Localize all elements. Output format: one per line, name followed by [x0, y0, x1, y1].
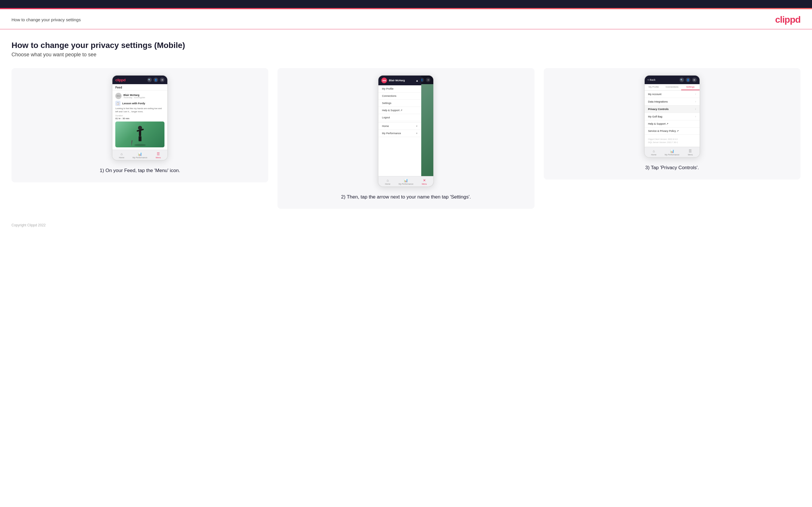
page-subheading: Choose what you want people to see — [11, 52, 801, 58]
s3-item-golfbag[interactable]: My Golf Bag › — [645, 113, 700, 120]
back-button[interactable]: < Back — [648, 78, 656, 81]
menu-user-header: BM Blair McHarg ▲ — [378, 75, 421, 85]
feed-user-row: BM Blair McHarg Yesterday · Sunningdale — [115, 93, 164, 99]
user-icon-3: 👤 — [686, 77, 691, 82]
home-icon: ⌂ — [120, 152, 122, 156]
settings-icon-3: ⚙ — [692, 77, 697, 82]
step-3-phone: < Back 🔍 👤 ⚙ My Profile Connections Sett… — [644, 75, 700, 158]
menu-item-help[interactable]: Help & Support ↗ — [378, 107, 421, 114]
s3-item-help[interactable]: Help & Support ↗ — [645, 120, 700, 127]
tab-myprofile-3[interactable]: My Profile — [645, 84, 663, 90]
chart-icon-3: 📊 — [670, 149, 674, 153]
svg-point-0 — [134, 144, 146, 146]
top-bar — [0, 0, 812, 8]
s3-chevron-golfbag: › — [695, 115, 696, 118]
menu-nav-section: Home ▼ My Performance ▼ — [378, 122, 421, 137]
steps-row: clippd 🔍 👤 ⚙ Feed BM Blair McHarg — [11, 68, 801, 209]
menu-item-logout[interactable]: Logout — [378, 114, 421, 121]
menu-nav-performance[interactable]: My Performance ▼ — [378, 130, 421, 137]
feed-lesson-title: Lesson with Fordy — [122, 102, 145, 105]
step-1-phone: clippd 🔍 👤 ⚙ Feed BM Blair McHarg — [112, 75, 168, 161]
feed-lesson-row: 📋 Lesson with Fordy — [115, 101, 164, 106]
step-3-card: < Back 🔍 👤 ⚙ My Profile Connections Sett… — [544, 68, 801, 179]
tab-home-3[interactable]: ⌂ Home — [645, 147, 663, 157]
home-icon-2: ⌂ — [387, 178, 389, 182]
performance-chevron-icon: ▼ — [416, 132, 418, 135]
s3-item-policy-label: Service & Privacy Policy ↗ — [648, 129, 679, 132]
menu-icon-3: ☰ — [689, 149, 692, 153]
svg-rect-6 — [132, 140, 133, 146]
phone-tab-bar-3: ⌂ Home 📊 My Performance ☰ Menu — [645, 147, 700, 157]
feed-desc: Looking to feel like my hands are exitin… — [115, 107, 164, 113]
menu-user-left: BM Blair McHarg — [381, 77, 405, 83]
tab-performance-label-3: My Performance — [665, 154, 679, 156]
tab-performance-label-2: My Performance — [399, 183, 413, 185]
tab-close-2[interactable]: ✕ Menu — [415, 176, 434, 186]
phone-icons-1: 🔍 👤 ⚙ — [147, 77, 164, 82]
search-icon-1: 🔍 — [147, 77, 152, 82]
s3-item-help-label: Help & Support ↗ — [648, 122, 669, 125]
phone-logo-1: clippd — [115, 78, 125, 82]
tab-home-label-2: Home — [385, 183, 391, 185]
s3-chevron-data: › — [695, 100, 696, 103]
phone-icons-3: 🔍 👤 ⚙ — [679, 77, 697, 82]
golf-silhouette — [132, 124, 149, 147]
feed-item: BM Blair McHarg Yesterday · Sunningdale … — [112, 91, 167, 150]
tab-home-label-1: Home — [119, 157, 124, 159]
feed-duration: 01 hr : 30 min — [115, 117, 164, 120]
phone-tab-bar-1: ⌂ Home 📊 My Performance ☰ Menu — [112, 150, 167, 160]
menu-item-myprofile[interactable]: My Profile — [378, 85, 421, 93]
phone-nav-bar-1: clippd 🔍 👤 ⚙ — [112, 75, 167, 84]
feed-avatar: BM — [115, 93, 121, 99]
tab-connections-3[interactable]: Connections — [663, 84, 681, 90]
tab-performance-3[interactable]: 📊 My Performance — [663, 147, 681, 157]
menu-user-avatar: BM — [381, 77, 387, 83]
feed-golf-image — [115, 121, 164, 147]
tab-performance-label-1: My Performance — [133, 157, 147, 159]
s3-item-privacy-label: Privacy Controls — [648, 108, 669, 111]
menu-item-connections[interactable]: Connections — [378, 93, 421, 100]
s3-chevron-privacy: › — [695, 107, 696, 111]
step-2-caption: 2) Then, tap the arrow next to your name… — [341, 193, 471, 201]
s3-version: Clippd Client Version: 2022.8.3-3 GQL Se… — [645, 135, 700, 147]
tab-settings-3[interactable]: Settings — [681, 84, 700, 90]
tab-menu-3[interactable]: ☰ Menu — [681, 147, 700, 157]
step-3-caption: 3) Tap 'Privacy Controls'. — [645, 164, 699, 171]
tab-menu-label-1: Menu — [156, 157, 161, 159]
footer: Copyright Clippd 2022 — [0, 217, 812, 233]
tab-home-1[interactable]: ⌂ Home — [112, 150, 131, 160]
chart-icon: 📊 — [138, 152, 142, 156]
s3-version-client: Clippd Client Version: 2022.8.3-3 — [648, 137, 696, 141]
s3-item-myaccount[interactable]: My Account › — [645, 91, 700, 98]
lesson-icon: 📋 — [115, 101, 120, 106]
menu-icon: ☰ — [157, 152, 160, 156]
home-chevron-icon: ▼ — [416, 125, 418, 127]
tab-performance-2[interactable]: 📊 My Performance — [397, 176, 415, 186]
tab-performance-1[interactable]: 📊 My Performance — [131, 150, 149, 160]
user-icon-1: 👤 — [154, 77, 158, 82]
chart-icon-2: 📊 — [404, 178, 408, 182]
menu-panel: BM Blair McHarg ▲ My Profile Connections… — [378, 75, 421, 186]
page-heading: How to change your privacy settings (Mob… — [11, 41, 801, 50]
svg-rect-5 — [140, 136, 142, 141]
header: How to change your privacy settings clip… — [0, 9, 812, 29]
menu-item-settings[interactable]: Settings — [378, 100, 421, 107]
logo: clippd — [775, 14, 801, 25]
tab-home-2[interactable]: ⌂ Home — [378, 176, 397, 186]
s3-item-data-integrations[interactable]: Data Integrations › — [645, 98, 700, 105]
menu-username: Blair McHarg — [389, 79, 405, 82]
tab-home-label-3: Home — [651, 154, 656, 156]
s3-item-privacy-policy[interactable]: Service & Privacy Policy ↗ — [645, 127, 700, 135]
menu-nav-home-label: Home — [382, 125, 389, 127]
s3-tabs: My Profile Connections Settings — [645, 84, 700, 91]
svg-rect-4 — [139, 136, 140, 141]
feed-duration-label: Duration — [115, 115, 164, 117]
tab-menu-1[interactable]: ☰ Menu — [149, 150, 168, 160]
feed-username: Blair McHarg — [123, 94, 145, 97]
close-icon: ✕ — [423, 178, 426, 182]
s3-item-privacy[interactable]: Privacy Controls › — [645, 105, 700, 113]
menu-nav-home[interactable]: Home ▼ — [378, 123, 421, 130]
s3-chevron-myaccount: › — [695, 93, 696, 96]
settings-icon-1: ⚙ — [160, 77, 164, 82]
s3-item-golfbag-label: My Golf Bag — [648, 115, 662, 118]
